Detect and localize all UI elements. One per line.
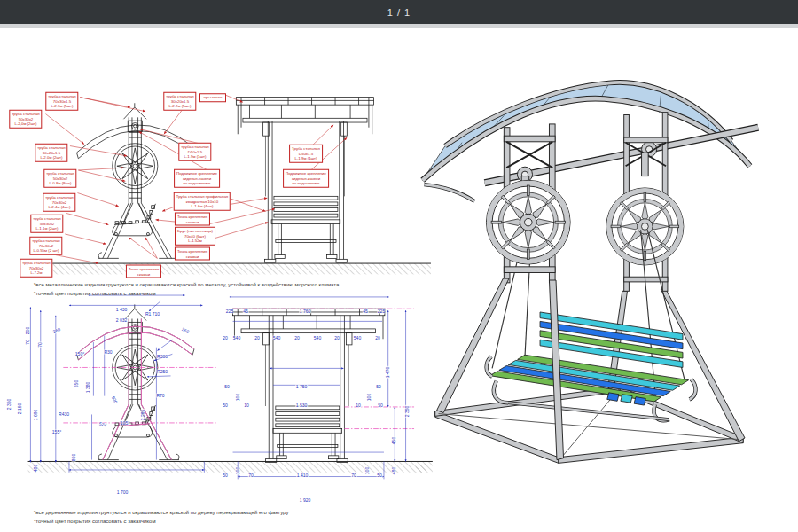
leader-arrow	[78, 168, 123, 170]
leader-arrow	[203, 198, 267, 208]
document-page: *все металлические изделия грунтуются и …	[0, 28, 798, 532]
leader-arrow	[129, 238, 157, 259]
leader-arrow	[78, 170, 125, 181]
leader-arrow	[223, 94, 243, 102]
leader-arrow	[213, 192, 266, 212]
decorative-wheel-front	[486, 180, 570, 264]
front-view-dimensioned	[233, 309, 385, 462]
leader-arrow	[56, 255, 98, 263]
decorative-wheel-back	[606, 188, 684, 265]
dimension-lines	[30, 295, 405, 479]
side-view-dimensioned	[76, 304, 194, 459]
leader-arrow	[65, 234, 106, 244]
pdf-toolbar: 1 / 1	[0, 0, 798, 24]
page-indicator[interactable]: 1 / 1	[387, 7, 411, 18]
leader-arrow	[311, 137, 348, 170]
leader-arrow	[45, 114, 84, 145]
leader-arrow	[145, 238, 157, 259]
leader-arrow	[203, 223, 268, 242]
side-view-drawing	[76, 103, 194, 258]
ground-hatch-bottom	[28, 461, 433, 472]
leader-arrow	[139, 129, 206, 145]
drawing-art	[0, 28, 798, 532]
leader-arrow	[80, 98, 145, 112]
leader-arrow	[77, 193, 118, 207]
paint-highlight	[76, 319, 194, 460]
ground-hatch-top	[45, 263, 431, 274]
leader-lines	[45, 94, 347, 263]
leader-arrow	[155, 220, 206, 225]
leader-arrow	[206, 209, 275, 225]
leader-arrow	[311, 125, 334, 147]
front-view-drawing	[236, 98, 373, 262]
leader-arrow	[164, 98, 192, 135]
centerlines	[63, 309, 414, 428]
leader-arrow	[66, 213, 108, 224]
assembly-3d-view	[416, 82, 758, 473]
